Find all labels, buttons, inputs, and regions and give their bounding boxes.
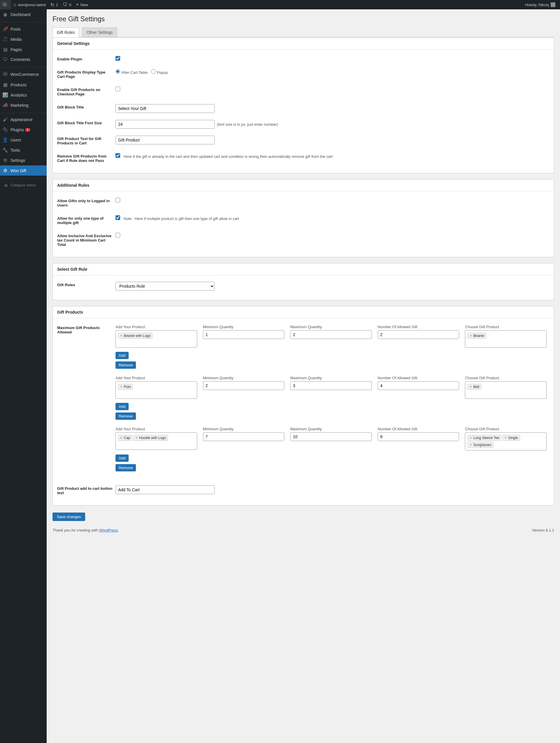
menu-dashboard[interactable]: ◉Dashboard — [0, 9, 47, 19]
gift-tag[interactable]: × Beanie — [468, 333, 486, 339]
remove-rule-button[interactable]: Remove — [116, 361, 136, 369]
new-content-link[interactable]: +New — [74, 0, 90, 9]
menu-settings[interactable]: ⚙Settings — [0, 155, 47, 165]
remove-tag-icon[interactable]: × — [120, 436, 122, 440]
max-qty-input[interactable] — [290, 381, 372, 390]
wp-logo[interactable]: ⓦ — [0, 0, 11, 9]
page-icon: ▤ — [2, 47, 8, 52]
remove-tag-icon[interactable]: × — [470, 443, 472, 447]
menu-users[interactable]: 👤Users — [0, 135, 47, 145]
radio-popup[interactable] — [151, 69, 156, 74]
wrench-icon: 🔧 — [2, 147, 8, 153]
updates-link[interactable]: ↻1 — [48, 0, 60, 9]
collapse-menu[interactable]: ◀Collapse menu — [0, 180, 47, 190]
rule-block: Add Your Product× PoloMinimum QuantityMa… — [116, 376, 547, 421]
col-allowed-label: Number Of Allowed Gift — [378, 427, 459, 431]
min-qty-input[interactable] — [203, 432, 285, 441]
remove-tag-icon[interactable]: × — [470, 334, 472, 338]
addtocart-input[interactable] — [116, 485, 215, 494]
add-rule-button[interactable]: Add — [116, 454, 129, 462]
min-qty-input[interactable] — [203, 381, 285, 390]
gift-text-input[interactable] — [116, 136, 215, 144]
choose-gift-tagbox[interactable]: × Beanie — [465, 330, 547, 348]
col-choose-label: Choose Gift Product — [465, 325, 547, 329]
menu-separator — [0, 112, 47, 113]
max-qty-input[interactable] — [290, 330, 372, 339]
product-tag[interactable]: × Hoodie with Logo — [133, 435, 168, 441]
wordpress-link[interactable]: WordPress — [99, 528, 118, 532]
add-product-tagbox[interactable]: × Polo — [116, 381, 197, 399]
remove-gift-desc: Here if the gift is already in the cart … — [124, 154, 333, 159]
remove-tag-icon[interactable]: × — [120, 385, 122, 389]
rule-row: Add Your Product× PoloMinimum QuantityMa… — [116, 376, 547, 399]
gift-tag[interactable]: × Single — [503, 435, 520, 441]
comment-icon: 🗨 — [63, 2, 68, 7]
logged-in-checkbox[interactable] — [116, 198, 120, 203]
menu-woo-gift[interactable]: ⚙Woo Gift — [0, 165, 47, 176]
col-min-label: Minimum Quantity — [203, 376, 285, 380]
remove-rule-button[interactable]: Remove — [116, 412, 136, 420]
rules-container: Add Your Product× Beanie with LogoMinimu… — [116, 321, 550, 482]
block-font-input[interactable] — [116, 120, 215, 129]
remove-tag-icon[interactable]: × — [470, 436, 472, 440]
one-type-checkbox[interactable] — [116, 215, 120, 220]
remove-tag-icon[interactable]: × — [120, 334, 122, 338]
remove-tag-icon[interactable]: × — [470, 385, 472, 389]
menu-appearance[interactable]: 🖌Appearance — [0, 115, 47, 125]
menu-comments[interactable]: 🗨Comments — [0, 54, 47, 64]
product-tag[interactable]: × Beanie with Logo — [118, 333, 153, 339]
gift-tag[interactable]: × Sunglasses — [468, 442, 493, 448]
add-product-tagbox[interactable]: × Cap× Hoodie with Logo — [116, 432, 197, 450]
add-rule-button[interactable]: Add — [116, 403, 129, 410]
remove-gift-label: Remove Gift Products from Cart if Rule d… — [57, 150, 116, 167]
enable-checkout-checkbox[interactable] — [116, 87, 120, 91]
tab-gift-rules[interactable]: Gift Rules — [52, 28, 79, 37]
gift-rules-select[interactable]: Products Rule — [116, 282, 215, 291]
block-font-label: Gift Block Title Font Size — [57, 117, 116, 132]
product-tag[interactable]: × Cap — [118, 435, 132, 441]
menu-posts[interactable]: 📌Posts — [0, 24, 47, 34]
menu-separator — [0, 177, 47, 179]
remove-gift-checkbox[interactable] — [116, 153, 120, 158]
remove-rule-button[interactable]: Remove — [116, 464, 136, 471]
add-rule-button[interactable]: Add — [116, 352, 129, 359]
add-product-tagbox[interactable]: × Beanie with Logo — [116, 330, 197, 348]
menu-marketing[interactable]: 📣Marketing — [0, 100, 47, 110]
max-qty-input[interactable] — [290, 432, 372, 441]
gear-icon: ⚙ — [2, 168, 8, 173]
tab-other-settings[interactable]: Other Settings — [82, 28, 117, 37]
plug-icon: 🔌 — [2, 127, 8, 132]
product-tag[interactable]: × Polo — [118, 384, 133, 390]
menu-woocommerce[interactable]: ⓦWooCommerce — [0, 69, 47, 80]
additional-rules-panel: Additional Rules Allow Gifts only to Log… — [52, 179, 554, 257]
menu-media[interactable]: 🎵Media — [0, 34, 47, 44]
tax-checkbox[interactable] — [116, 233, 120, 237]
block-title-input[interactable] — [116, 104, 215, 113]
account-link[interactable]: Howdy, Nikunj — [523, 0, 558, 9]
choose-gift-tagbox[interactable]: × Long Sleeve Tee× Single× Sunglasses — [465, 432, 547, 450]
save-changes-button[interactable]: Save changes — [52, 513, 85, 521]
radio-after-cart-label[interactable]: After Cart Table — [116, 70, 147, 75]
menu-analytics[interactable]: 📊Analytics — [0, 90, 47, 100]
avatar-icon — [551, 2, 555, 7]
allowed-gift-input[interactable] — [378, 381, 459, 390]
enable-plugin-checkbox[interactable] — [116, 56, 120, 61]
choose-gift-tagbox[interactable]: × Belt — [465, 381, 547, 399]
menu-products[interactable]: ▦Products — [0, 80, 47, 90]
radio-popup-label[interactable]: Popup — [151, 70, 168, 75]
col-add-product-label: Add Your Product — [116, 376, 197, 380]
gift-tag[interactable]: × Long Sleeve Tee — [468, 435, 501, 441]
allowed-gift-input[interactable] — [378, 330, 459, 339]
site-name-link[interactable]: ⌂wordpress-latest — [11, 0, 48, 9]
radio-after-cart[interactable] — [116, 69, 120, 74]
remove-tag-icon[interactable]: × — [505, 436, 507, 440]
menu-plugins[interactable]: 🔌Plugins1 — [0, 125, 47, 135]
menu-tools[interactable]: 🔧Tools — [0, 145, 47, 155]
menu-pages[interactable]: ▤Pages — [0, 44, 47, 54]
allowed-gift-input[interactable] — [378, 432, 459, 441]
remove-tag-icon[interactable]: × — [135, 436, 137, 440]
comments-link[interactable]: 🗨0 — [60, 0, 74, 9]
gift-tag[interactable]: × Belt — [468, 384, 481, 390]
min-qty-input[interactable] — [203, 330, 285, 339]
user-icon: 👤 — [2, 137, 8, 143]
